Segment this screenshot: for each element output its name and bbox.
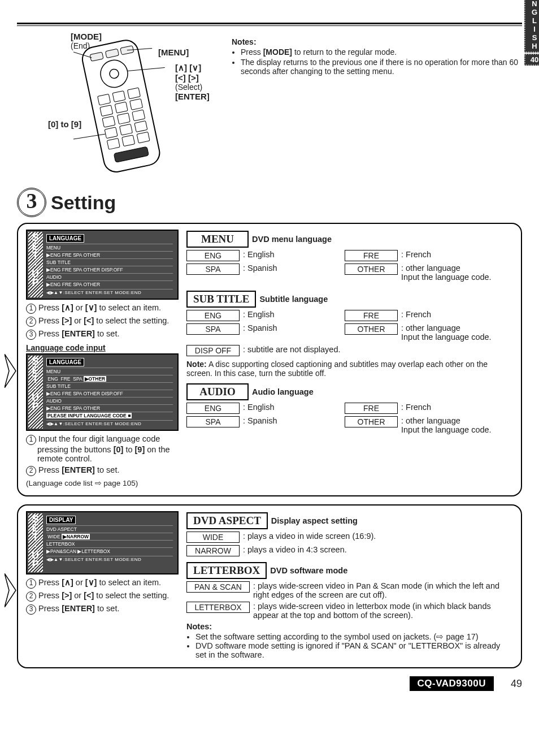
- osd-display: SET·UP DISPLAY DVD ASPECT WIDE ▶NARROW L…: [26, 511, 179, 574]
- note-label: Note:: [186, 360, 207, 369]
- osd-row: SUB TITLE: [46, 258, 173, 266]
- opt-text: : Spanish: [243, 263, 277, 273]
- opt-spa: SPA: [186, 323, 240, 335]
- aspect-heading-row: DVD ASPECT Display aspect setting: [186, 512, 513, 529]
- osd-row: ▶PAN&SCAN ▶LETTERBOX: [46, 547, 173, 555]
- opt-wide: WIDE: [186, 532, 240, 543]
- top-notes: Notes: Press [MODE] to return to the reg…: [232, 32, 522, 77]
- svg-marker-26: [5, 354, 16, 388]
- opt-text: : plays wide-screen video in Pan & Scan …: [253, 581, 513, 599]
- osd-row: WIDE ▶NARROW: [46, 533, 173, 540]
- top-notes-mode-key: [MODE]: [263, 47, 292, 57]
- opt-text: : French: [401, 403, 431, 412]
- panel2-notes-heading: Notes:: [186, 622, 513, 631]
- opt-text: : plays a video in 4:3 screen.: [243, 545, 347, 554]
- svg-rect-11: [128, 88, 141, 99]
- section-number-icon: 3: [17, 188, 46, 217]
- opt-other: OTHER: [345, 263, 398, 275]
- svg-rect-10: [112, 91, 125, 102]
- svg-rect-12: [100, 105, 113, 116]
- opt-text: : other language Input the language code…: [401, 416, 492, 434]
- panel-display: SET·UP DISPLAY DVD ASPECT WIDE ▶NARROW L…: [17, 504, 522, 668]
- top-row: [MODE] (End) [MENU] [∧] [∨] [<] [>] (Sel…: [17, 32, 522, 184]
- osd-row: ▶ENG FRE SPA OTHER: [46, 280, 173, 288]
- svg-rect-9: [98, 94, 111, 105]
- svg-rect-22: [122, 135, 135, 146]
- callout-nav-line1: [∧] [∨]: [175, 63, 201, 72]
- letterbox-desc: DVD software mode: [270, 566, 347, 575]
- opt-text: : subtitle are not displayed.: [243, 345, 341, 354]
- subtitle-options: ENG: English FRE: French SPA: Spanish OT…: [186, 310, 513, 342]
- opt-eng: ENG: [186, 310, 240, 321]
- top-notes-item: Press [MODE] to return to the regular mo…: [241, 47, 522, 57]
- panel-arrow-icon: [5, 354, 18, 388]
- opt-fre: FRE: [345, 403, 398, 414]
- callout-nav: [∧] [∨] [<] [>] (Select) [ENTER]: [175, 63, 210, 101]
- opt-text: : plays a video in wide screen (16:9).: [243, 532, 376, 541]
- section-title: Setting: [51, 192, 116, 214]
- opt-eng: ENG: [186, 250, 240, 261]
- osd-row: ▶ENG FRE SPA OTHER DISP.OFF: [46, 390, 173, 397]
- opt-text: : Spanish: [243, 416, 277, 425]
- subtitle-desc: Subtitle language: [259, 295, 328, 304]
- opt-text: : English: [243, 250, 275, 259]
- osd-setup-tab: SET·UP: [28, 513, 43, 572]
- step-item: 2 Press [>] or [<] to select the setting…: [26, 591, 179, 602]
- audio-heading-row: AUDIO Audio language: [186, 383, 513, 400]
- osd-row: ENG FRE SPA ▶OTHER: [46, 375, 173, 382]
- letterbox-heading-box: LETTERBOX: [186, 562, 267, 579]
- osd-input-prompt: PLEASE INPUT LANGUAGE CODE ■: [46, 413, 132, 418]
- opt-text: : other language Input the language code…: [401, 323, 492, 342]
- step-item: 2 Press [ENTER] to set.: [26, 465, 179, 476]
- panel1-left: SET·UP LANGUAGE MENU ▶ENG FRE SPA OTHER …: [26, 230, 179, 487]
- osd-row: DVD ASPECT: [46, 525, 173, 533]
- panel1-steps2: 1 Input the four digit language code pre…: [26, 434, 179, 476]
- menu-heading-row: MENU DVD menu language: [186, 231, 513, 248]
- svg-rect-17: [132, 110, 145, 121]
- svg-rect-13: [115, 102, 128, 113]
- menu-heading-box: MENU: [186, 231, 249, 248]
- svg-rect-23: [137, 132, 150, 143]
- panel2-left: SET·UP DISPLAY DVD ASPECT WIDE ▶NARROW L…: [26, 511, 179, 659]
- language-badge-letters: ENGLISH: [524, 0, 539, 53]
- panel1-steps1: 1 Press [∧] or [∨] to select an item. 2 …: [26, 303, 179, 340]
- panel-arrow-icon: [5, 573, 18, 607]
- opt-spa: SPA: [186, 263, 240, 275]
- step-item: 3 Press [ENTER] to set.: [26, 604, 179, 615]
- osd-row: MENU: [46, 368, 173, 375]
- page-number: 49: [511, 678, 522, 690]
- aspect-heading-box: DVD ASPECT: [186, 512, 268, 529]
- opt-narrow: NARROW: [186, 545, 240, 556]
- osd-footer: ◀▶▲▼:SELECT ENTER:SET MODE:END: [46, 420, 173, 426]
- opt-fre: FRE: [345, 310, 398, 321]
- menu-desc: DVD menu language: [252, 235, 332, 244]
- opt-other: OTHER: [345, 416, 398, 427]
- page-footer: CQ-VAD9300U 49: [17, 676, 522, 691]
- menu-options: ENG: English FRE: French SPA: Spanish OT…: [186, 250, 513, 282]
- opt-letterbox: LETTERBOX: [186, 602, 250, 613]
- step-item: 1 Input the four digit language code pre…: [26, 434, 179, 463]
- osd-setup-tab: SET·UP: [28, 232, 43, 297]
- opt-text: : plays wide-screen video in letterbox m…: [253, 602, 513, 620]
- osd-language-1: SET·UP LANGUAGE MENU ▶ENG FRE SPA OTHER …: [26, 230, 179, 300]
- panel1-right: MENU DVD menu language ENG: English FRE:…: [186, 230, 513, 487]
- opt-text: : other language Input the language code…: [401, 263, 492, 282]
- osd-row: ▶ENG FRE SPA OTHER: [46, 251, 173, 258]
- osd-row: ▶ENG FRE SPA OTHER DISP.OFF: [46, 266, 173, 273]
- svg-marker-27: [5, 573, 16, 607]
- panel-language: SET·UP LANGUAGE MENU ▶ENG FRE SPA OTHER …: [17, 223, 522, 496]
- osd-footer: ◀▶▲▼:SELECT ENTER:SET MODE:END: [46, 289, 173, 295]
- step-item: 1 Press [∧] or [∨] to select an item.: [26, 578, 179, 589]
- note-text: A disc supporting closed captioning and …: [186, 360, 488, 378]
- osd-row: SUB TITLE: [46, 382, 173, 390]
- svg-rect-19: [120, 124, 133, 135]
- opt-text: : French: [401, 250, 431, 259]
- language-badge-number: 40: [524, 54, 539, 66]
- section-heading: 3 Setting: [17, 188, 522, 217]
- top-notes-list: Press [MODE] to return to the regular mo…: [232, 47, 522, 76]
- lang-code-heading: Language code input: [26, 343, 179, 352]
- panel2-steps: 1 Press [∧] or [∨] to select an item. 2 …: [26, 578, 179, 615]
- subtitle-note: Note: A disc supporting closed captionin…: [186, 360, 513, 378]
- callout-enter-label: [ENTER]: [175, 92, 210, 101]
- top-notes-heading: Notes:: [232, 37, 522, 46]
